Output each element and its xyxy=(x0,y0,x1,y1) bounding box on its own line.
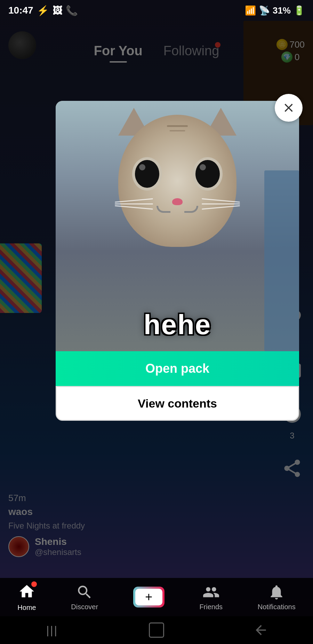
notifications-label: Notifications xyxy=(258,603,296,611)
battery-icon: 🔋 xyxy=(294,5,305,16)
discover-label: Discover xyxy=(71,603,98,611)
view-contents-button[interactable]: View contents xyxy=(56,386,299,421)
whisker-2 xyxy=(115,203,153,204)
friends-label: Friends xyxy=(199,603,223,611)
status-left: 10:47 ⚡ 🖼 📞 xyxy=(8,5,78,16)
open-pack-button[interactable]: Open pack xyxy=(56,351,299,386)
status-right: 📶 📡 31% 🔋 xyxy=(245,5,305,16)
post-button-inner: + xyxy=(135,589,162,605)
nav-notifications[interactable]: Notifications xyxy=(258,583,296,611)
home-label: Home xyxy=(17,604,36,612)
open-pack-label: Open pack xyxy=(145,361,209,376)
status-bar: 10:47 ⚡ 🖼 📞 📶 📡 31% 🔋 xyxy=(0,0,313,21)
cat-eye-left xyxy=(135,160,159,188)
signal-icon: 📡 xyxy=(259,5,270,16)
battery-percent: 31% xyxy=(273,5,291,16)
close-button[interactable] xyxy=(275,94,303,122)
cat-head xyxy=(118,115,236,247)
cat-face xyxy=(111,115,243,309)
phone-icon: 📞 xyxy=(66,5,78,16)
nav-home[interactable]: Home xyxy=(17,583,36,612)
wifi-icon: 📶 xyxy=(245,5,256,16)
cat-nose xyxy=(172,198,183,205)
view-contents-label: View contents xyxy=(138,397,217,410)
cat-eye-right xyxy=(195,160,220,188)
nav-friends[interactable]: Friends xyxy=(199,583,223,611)
pack-modal: hehe Open pack View contents xyxy=(56,101,299,421)
flash-icon: ⚡ xyxy=(37,5,49,16)
meme-image: hehe xyxy=(56,101,299,351)
nav-post[interactable]: + xyxy=(133,587,164,607)
bottom-nav: Home Discover + Friends Notifications xyxy=(0,578,313,616)
gallery-icon: 🖼 xyxy=(53,5,62,16)
whisker-5 xyxy=(202,203,240,204)
meme-text: hehe xyxy=(144,309,211,341)
nav-discover[interactable]: Discover xyxy=(71,583,98,611)
post-button-outer: + xyxy=(133,587,164,607)
status-time: 10:47 xyxy=(8,5,33,16)
home-notification-dot xyxy=(31,581,37,587)
